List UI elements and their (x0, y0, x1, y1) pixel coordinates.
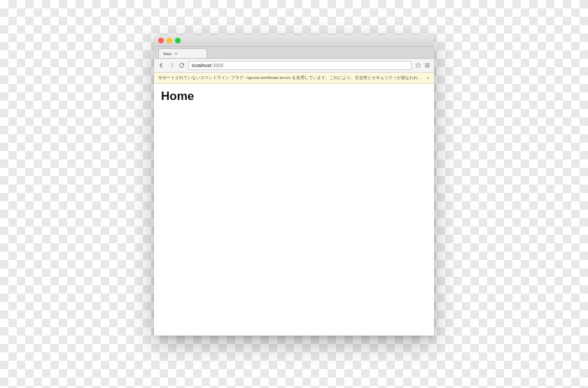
browser-window: Web × localhost:3000 サポートされていないコマンドライン フ… (154, 35, 434, 336)
toolbar: localhost:3000 (154, 59, 434, 73)
toolbar-right-icons (415, 62, 430, 69)
page-content: Home (154, 84, 434, 336)
star-icon (415, 62, 421, 69)
warning-close-button[interactable]: × (426, 76, 430, 81)
browser-tab[interactable]: Web × (158, 48, 207, 58)
back-button[interactable] (158, 62, 164, 70)
reload-button[interactable] (178, 62, 185, 69)
bookmark-button[interactable] (415, 62, 421, 69)
window-titlebar (154, 35, 434, 47)
window-minimize-button[interactable] (167, 38, 172, 43)
address-host: localhost (192, 63, 211, 68)
tab-close-icon[interactable]: × (174, 51, 178, 57)
window-close-button[interactable] (158, 38, 164, 43)
menu-button[interactable] (424, 62, 430, 69)
reload-icon (178, 62, 185, 69)
arrow-left-icon (158, 62, 164, 69)
hamburger-icon (424, 62, 430, 69)
warning-text: サポートされていないコマンドライン フラグ --ignore-certifica… (158, 75, 422, 81)
address-bar[interactable]: localhost:3000 (188, 61, 412, 70)
forward-button[interactable] (168, 62, 175, 70)
warning-bar: サポートされていないコマンドライン フラグ --ignore-certifica… (154, 73, 434, 84)
tab-bar: Web × (154, 47, 434, 59)
page-heading: Home (161, 89, 427, 103)
window-maximize-button[interactable] (175, 38, 181, 43)
address-port: :3000 (211, 63, 224, 68)
arrow-right-icon (169, 62, 175, 69)
tab-title: Web (163, 52, 172, 56)
